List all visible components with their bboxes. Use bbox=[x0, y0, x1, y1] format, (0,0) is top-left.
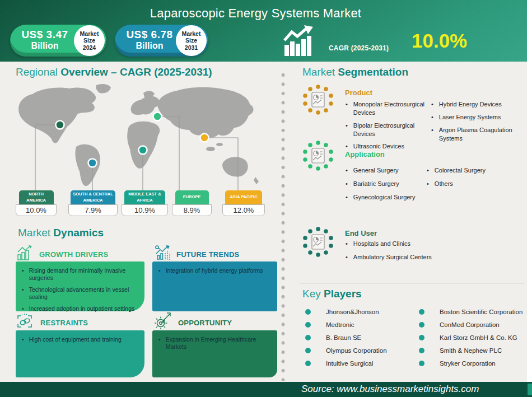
source-text: Source: www.businessmarketinsights.com bbox=[301, 384, 479, 395]
region-name: NORTH AMERICA bbox=[19, 190, 54, 204]
player-name: Medtronic bbox=[326, 321, 354, 328]
product-item: Monopolar Electrosurgical Devices bbox=[346, 100, 430, 117]
region-cagr-value: 12.0% bbox=[222, 204, 265, 216]
product-item: Bipolar Electrosurgical Devices bbox=[346, 122, 430, 138]
application-segment-icon bbox=[301, 140, 337, 172]
infographic-canvas: Laparoscopic Energy Systems Market US$ 3… bbox=[0, 0, 532, 397]
player-name: Jhonson&Jhonson bbox=[326, 309, 379, 315]
application-item: Colorectal Surgery bbox=[427, 166, 522, 175]
product-segment-icon bbox=[301, 84, 337, 116]
player-bullet-icon bbox=[419, 335, 424, 340]
new-zealand-landmass bbox=[254, 177, 259, 184]
cagr-label: CAGR (2025-2031) bbox=[329, 44, 389, 52]
region-name: SOUTH & CENTRAL AMERICA bbox=[71, 190, 115, 204]
greenland-landmass bbox=[96, 84, 111, 94]
market-dynamics-title: Market Dynamics bbox=[18, 227, 104, 239]
map-dot-europe bbox=[153, 113, 162, 121]
region-cagr-value: 10.0% bbox=[16, 204, 57, 216]
player-bullet-icon bbox=[419, 361, 424, 366]
application-item: Gynecological Surgery bbox=[346, 193, 435, 202]
player-bullet-icon bbox=[419, 322, 424, 328]
key-players-col1: Jhonson&Jhonson Medtronic B. Braun SE Ol… bbox=[305, 307, 387, 372]
region-card-europe: EUROPE 8.9% bbox=[172, 190, 212, 216]
map-dot-asia-pacific bbox=[200, 134, 209, 142]
market-size-value: US$ 3.47 Billion bbox=[16, 29, 74, 51]
restraints-box: High cost of equipment and training bbox=[16, 330, 144, 377]
region-name: MIDDLE EAST & AFRICA bbox=[124, 190, 165, 204]
section-divider-line bbox=[300, 283, 524, 283]
key-player-row: Stryker Corporation bbox=[419, 359, 522, 368]
end-user-item: Ambulatory Surgical Centers bbox=[346, 253, 458, 261]
north-america-landmass bbox=[18, 87, 96, 143]
product-heading: Product bbox=[345, 88, 372, 97]
region-cagr-value: 7.9% bbox=[68, 204, 118, 216]
africa-landmass bbox=[127, 122, 160, 169]
world-map bbox=[13, 82, 265, 192]
key-player-row: Karl Storz GmbH & Co. KG bbox=[419, 333, 522, 342]
application-list-col2: Colorectal Surgery Others bbox=[427, 166, 522, 193]
cagr-value: 10.0% bbox=[412, 30, 467, 52]
key-player-row: ConMed Corporation bbox=[419, 320, 522, 329]
market-size-badge-2031: US$ 6.78 Billion Market Size 2031 bbox=[115, 25, 208, 57]
product-item: Ultrasonic Devices bbox=[346, 142, 430, 151]
header-banner: Laparoscopic Energy Systems Market US$ 3… bbox=[0, 0, 527, 62]
application-item: Bariatric Surgery bbox=[346, 180, 435, 188]
player-name: Karl Storz GmbH & Co. KG bbox=[440, 334, 517, 341]
market-size-year-circle: Market Size 2031 bbox=[176, 25, 207, 56]
player-bullet-icon bbox=[305, 322, 311, 328]
player-name: ConMed Corporation bbox=[440, 321, 500, 328]
region-card-asia-pacific: ASIA PACIFIC 12.0% bbox=[222, 190, 265, 216]
region-name: ASIA PACIFIC bbox=[225, 190, 262, 204]
key-player-row: B. Braun SE bbox=[305, 333, 387, 342]
application-item: Others bbox=[427, 180, 522, 188]
page-title: Laparoscopic Energy Systems Market bbox=[0, 6, 519, 21]
future-trend-item: Integration of hybrid energy platforms bbox=[155, 267, 272, 274]
player-bullet-icon bbox=[305, 309, 311, 315]
footer-bar: Source: www.businessmarketinsights.com bbox=[0, 382, 532, 397]
map-dot-middle-east-africa bbox=[139, 146, 147, 155]
map-dot-north-america bbox=[56, 121, 64, 129]
island bbox=[206, 147, 215, 151]
map-dot-south-central-america bbox=[88, 159, 97, 167]
key-player-row: Intuitive Surgical bbox=[305, 359, 387, 368]
market-size-year-circle: Market Size 2024 bbox=[74, 25, 105, 56]
growth-driver-item: Rising demand for minimally invasive sur… bbox=[18, 267, 139, 282]
trend-line-icon bbox=[155, 245, 171, 260]
regional-overview-title: Regional Overview – CAGR (2025-2031) bbox=[16, 66, 212, 78]
asia-landmass bbox=[157, 87, 253, 138]
product-item: Argon Plasma Coagulation Systems bbox=[431, 126, 525, 143]
island bbox=[216, 143, 223, 146]
europe-landmass bbox=[131, 96, 160, 115]
application-heading: Application bbox=[345, 150, 385, 158]
player-name: B. Braun SE bbox=[326, 334, 361, 341]
future-trends-label: FUTURE TRENDS bbox=[176, 250, 239, 259]
connector-europe bbox=[157, 116, 179, 192]
end-user-list: Hospitals and Clinics Ambulatory Surgica… bbox=[346, 240, 458, 267]
key-player-row: Olympus Corporation bbox=[305, 346, 387, 355]
bar-chart-growth-icon bbox=[17, 245, 34, 260]
product-list-col2: Hybrid Energy Devices Laser Energy Syste… bbox=[431, 100, 525, 147]
player-name: Stryker Corporation bbox=[440, 360, 496, 367]
bar-chart-up-arrow-icon bbox=[283, 25, 315, 56]
key-player-row: Medtronic bbox=[305, 320, 387, 329]
region-cagr-value: 10.9% bbox=[122, 204, 168, 216]
future-trends-box: Integration of hybrid energy platforms bbox=[152, 261, 277, 311]
player-bullet-icon bbox=[419, 309, 424, 315]
region-card-middle-east-africa: MIDDLE EAST & AFRICA 10.9% bbox=[122, 190, 168, 216]
region-card-north-america: NORTH AMERICA 10.0% bbox=[16, 190, 57, 216]
restraints-label: RESTRAINTS bbox=[40, 319, 88, 327]
player-name: Olympus Corporation bbox=[326, 347, 387, 354]
key-players-title: Key Players bbox=[302, 288, 362, 300]
growth-drivers-box: Rising demand for minimally invasive sur… bbox=[16, 261, 144, 311]
end-user-heading: End User bbox=[345, 229, 377, 237]
australia-landmass bbox=[222, 157, 248, 176]
player-bullet-icon bbox=[305, 361, 311, 366]
player-bullet-icon bbox=[305, 348, 311, 353]
gear-dart-icon bbox=[155, 312, 171, 329]
application-item: General Surgery bbox=[346, 166, 435, 175]
market-segmentation-title: Market Segmentation bbox=[302, 66, 408, 78]
opportunity-box: Expansion in Emerging Healthcare Markets bbox=[152, 330, 277, 377]
growth-drivers-label: GROWTH DRIVERS bbox=[39, 250, 108, 259]
player-bullet-icon bbox=[305, 335, 311, 340]
end-user-segment-icon bbox=[301, 226, 337, 259]
